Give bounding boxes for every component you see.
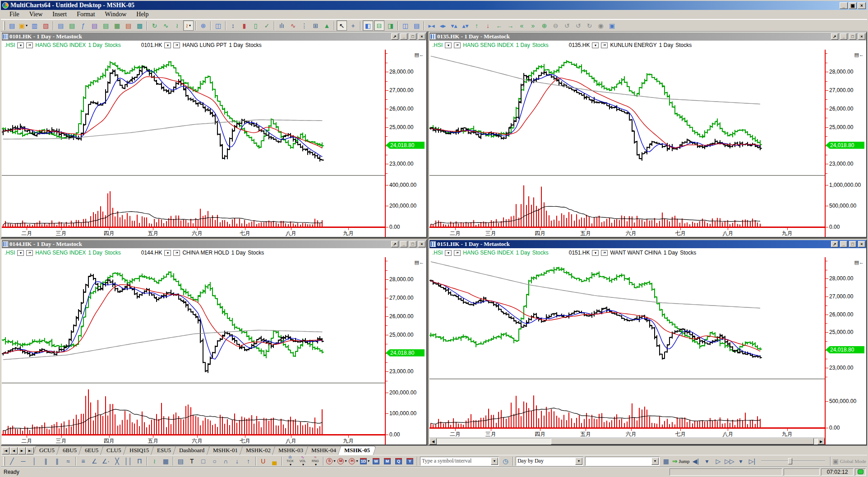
desktop-tab-mshk-03[interactable]: MSHK-03 <box>272 446 309 455</box>
fib-retracement-button[interactable]: ≡ <box>78 456 88 466</box>
playback-mode-combo[interactable]: ▼ <box>516 457 583 466</box>
grow-bar-spacing-button[interactable]: ↑ <box>471 20 482 31</box>
playback-play-button[interactable]: ▷ <box>713 456 723 466</box>
price-chart-canvas[interactable] <box>2 257 385 383</box>
grid-button[interactable]: ▦ <box>161 456 171 466</box>
maximize-chart-button[interactable]: □ <box>849 241 856 247</box>
toolbar-grip[interactable] <box>3 21 5 30</box>
brush-button[interactable]: ≀ <box>149 456 160 466</box>
instrument1-style-dropdown[interactable]: ı▾ <box>26 42 33 48</box>
arrow-down-button[interactable]: ↓ <box>232 456 242 466</box>
res-minutes-button[interactable]: M▾ <box>337 456 347 466</box>
desktop-tab-mshk-01[interactable]: MSHK-01 <box>206 446 244 455</box>
price-marker-toggle-button[interactable]: ↕ <box>228 20 238 31</box>
price-chart-canvas[interactable] <box>429 257 825 379</box>
menu-insert[interactable]: Insert <box>48 10 71 19</box>
save-button[interactable]: ▥ <box>29 20 40 31</box>
instrument1-dropdown[interactable]: ▼ <box>17 250 24 256</box>
detach-window-button[interactable]: ↗ <box>831 33 838 40</box>
trendline-button[interactable]: ╱ <box>7 456 17 466</box>
fib-extension-button[interactable]: ∠· <box>101 456 111 466</box>
toolbar-grip[interactable] <box>3 457 5 466</box>
data-window-toggle-icon[interactable]: ▤← <box>854 259 864 265</box>
linear-regression-button[interactable]: ∥ <box>52 456 62 466</box>
close-button[interactable]: × <box>858 2 866 9</box>
price-chart-canvas[interactable] <box>429 50 825 175</box>
chart-window-titlebar[interactable]: 0101.HK - 1 Day - Metastock↗_□× <box>2 32 426 41</box>
zoom-reset-button[interactable]: ↺ <box>573 20 583 31</box>
insert-instrument-button[interactable]: ▤ <box>101 20 111 31</box>
cycle-lines-button[interactable]: ││ <box>123 456 134 466</box>
instrument2-style-dropdown[interactable]: ı▾ <box>601 42 608 48</box>
window-titlebar[interactable]: MultiCharts64 - Untitled Desktop - MSHK-… <box>1 1 867 10</box>
crosshair-mode-button[interactable]: + <box>348 20 358 31</box>
close-chart-button[interactable]: × <box>858 241 865 247</box>
zoom-back-button[interactable]: ↺ <box>562 20 572 31</box>
playback-forward-button[interactable]: ▷▷ <box>724 456 734 466</box>
line-style-button[interactable]: ∿ <box>288 20 298 31</box>
data-window-button[interactable]: ▤ <box>411 20 422 31</box>
fib-fan-button[interactable]: ∠ <box>89 456 100 466</box>
volume-chart-canvas[interactable] <box>2 384 385 435</box>
horizontal-line-button[interactable]: ─ <box>18 456 28 466</box>
drawing-tools-dropdown-icon[interactable]: ▾ <box>189 23 191 28</box>
open-button[interactable]: ▣▾ <box>18 20 28 31</box>
arc-button[interactable]: ∩ <box>221 456 231 466</box>
res-yearly-button[interactable]: Y <box>405 456 415 466</box>
indicator-settings-button[interactable]: ⊛ <box>198 20 208 31</box>
instrument2-style-dropdown[interactable]: ı▾ <box>601 250 608 256</box>
instrument2-dropdown[interactable]: ▼ <box>164 42 171 48</box>
rectangle-button[interactable]: □ <box>198 456 208 466</box>
dots-style-button[interactable]: ⋮ <box>299 20 309 31</box>
instrument2-dropdown[interactable]: ▼ <box>592 42 599 48</box>
track-cursor-button[interactable]: ◉ <box>596 20 606 31</box>
vertical-line-button[interactable]: │ <box>29 456 40 466</box>
compress-horizontal-button[interactable]: ▸◂ <box>426 20 437 31</box>
show-status-line-button[interactable]: ◧ <box>363 20 373 31</box>
chart-window-titlebar[interactable]: 0144.HK - 1 Day - Metastock↗_□× <box>2 240 426 248</box>
pitchfork-button[interactable]: Π <box>134 456 145 466</box>
time-axis[interactable]: 二月三月四月五月六月七月八月九月 <box>429 227 825 237</box>
instrument2-dropdown[interactable]: ▼ <box>592 250 599 256</box>
minimize-chart-button[interactable]: _ <box>400 241 407 247</box>
time-axis[interactable]: 二月三月四月五月六月七月八月九月 <box>2 435 385 445</box>
insert-strategy-button[interactable]: ▩ <box>134 20 145 31</box>
shrink-bar-spacing-button[interactable]: ↓ <box>483 20 493 31</box>
price-axis[interactable]: ▤←28,000.0027,000.0026,000.0025,000.0023… <box>385 50 426 237</box>
detach-window-button[interactable]: ↗ <box>391 33 398 40</box>
maximize-chart-button[interactable]: □ <box>409 241 416 247</box>
scrollbar-right-arrow[interactable]: ▶ <box>817 438 825 445</box>
scroll-right-button[interactable]: → <box>505 20 516 31</box>
desktop-tab-mshk-02[interactable]: MSHK-02 <box>239 446 277 455</box>
menu-format[interactable]: Format <box>73 10 99 19</box>
instrument2-dropdown[interactable]: ▼ <box>164 250 171 256</box>
symbol-combo-input[interactable] <box>420 458 490 464</box>
price-chart-canvas[interactable] <box>2 50 385 175</box>
res-weekly-button[interactable]: W <box>371 456 381 466</box>
res-hours-dropdown-icon[interactable]: ▾ <box>356 459 358 463</box>
desktop-tab-mshk-05[interactable]: MSHK-05 <box>338 446 377 455</box>
shift-right-button[interactable]: » <box>528 20 538 31</box>
format-instrument-button[interactable]: ▤ <box>55 20 66 31</box>
playback-forward-menu-button[interactable]: ▾ <box>735 456 746 466</box>
menu-window[interactable]: Window <box>101 10 131 19</box>
playback-mode-combo-dropdown-icon[interactable]: ▼ <box>575 458 582 465</box>
jump-button-button[interactable]: ⇒Jump <box>672 456 690 466</box>
raff-channel-button[interactable]: ≈ <box>63 456 74 466</box>
chart-window-titlebar[interactable]: 0135.HK - 1 Day - Metastock↗_□× <box>429 32 866 41</box>
text-label-button[interactable]: T <box>187 456 197 466</box>
apply-style-button[interactable]: ✓ <box>262 20 272 31</box>
res-tick-button[interactable]: ılıTICK▾ <box>284 456 296 466</box>
price-axis[interactable]: ▤←28,000.0027,000.0026,000.0025,000.0023… <box>825 50 866 237</box>
chart-horizontal-scrollbar[interactable]: ◀▶ <box>429 438 825 445</box>
minimize-chart-button[interactable]: _ <box>840 33 847 40</box>
playback-grid-button[interactable]: ▦ <box>661 456 671 466</box>
session-combo-dropdown-icon[interactable]: ▼ <box>651 458 659 465</box>
close-window-button[interactable]: ▧ <box>41 20 51 31</box>
symbol-combo-dropdown-icon[interactable]: ▼ <box>491 458 498 465</box>
res-seconds-dropdown-icon[interactable]: ▾ <box>333 459 335 463</box>
next-desktop-button[interactable]: ▶ <box>18 447 26 454</box>
split-horizontal-button[interactable]: ⊟ <box>374 20 384 31</box>
res-range-button[interactable]: ≈RNG▾ <box>309 456 321 466</box>
open-dropdown-icon[interactable]: ▾ <box>26 23 28 28</box>
